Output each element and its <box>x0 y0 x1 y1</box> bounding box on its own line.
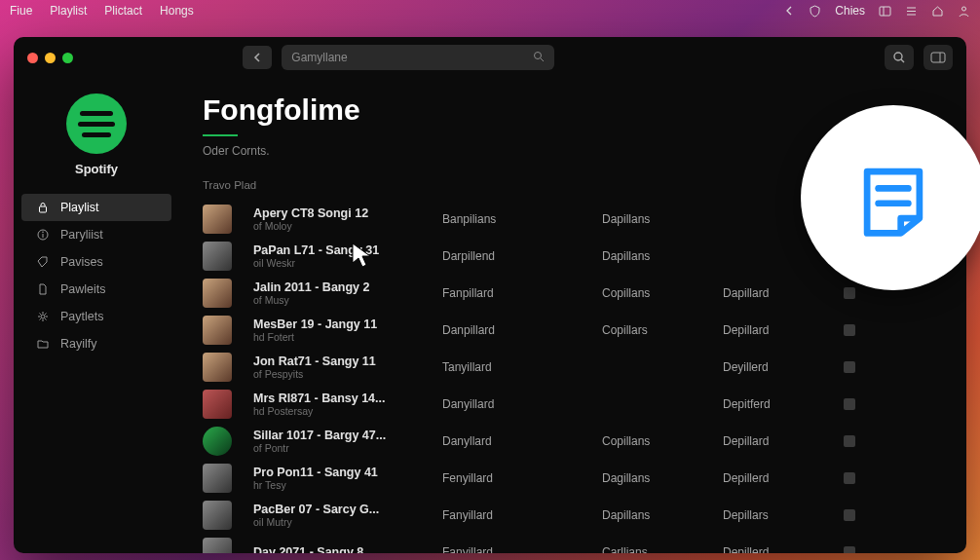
svg-point-12 <box>42 231 44 233</box>
sidebar-item-pawleits[interactable]: Pawleits <box>21 276 171 303</box>
track-thumb <box>203 242 232 271</box>
search-text: Gamyllane <box>291 51 347 64</box>
track-thumb <box>203 205 232 234</box>
track-title-cell: Pro Pon11 - Sangy 41hr Tesy <box>253 466 429 491</box>
track-col-1: Fanyillard <box>442 545 588 553</box>
svg-rect-9 <box>40 206 47 212</box>
doc-icon <box>37 283 51 295</box>
track-check[interactable] <box>844 324 855 336</box>
track-thumb <box>203 501 232 530</box>
sidebar: Spotify PlaylistParyliistPavisesPawleits… <box>14 78 179 553</box>
track-col-1: Danyllard <box>442 434 588 448</box>
track-check[interactable] <box>844 398 855 410</box>
track-artist: oil Mutry <box>253 516 429 528</box>
shield-icon[interactable] <box>809 5 821 18</box>
track-check[interactable] <box>844 509 855 521</box>
search-button[interactable] <box>885 45 914 70</box>
close-window-button[interactable] <box>27 53 38 63</box>
svg-line-4 <box>541 58 544 61</box>
menu-item[interactable]: Hongs <box>160 4 194 18</box>
search-field[interactable]: Gamyllane <box>282 45 554 70</box>
list-icon[interactable] <box>905 6 918 17</box>
track-check[interactable] <box>844 287 855 299</box>
track-name: Jon Rat71 - Sangy 11 <box>253 355 429 368</box>
info-icon <box>37 229 51 241</box>
track-title-cell: Day 2071 - Sangy 8... <box>253 545 429 553</box>
track-thumb <box>203 353 232 382</box>
person-icon[interactable] <box>958 5 970 18</box>
back-button[interactable] <box>243 46 272 69</box>
track-row[interactable]: Day 2071 - Sangy 8...FanyillardCarllians… <box>203 534 943 553</box>
track-row[interactable]: Mrs Rl871 - Bansy 14...hd PostersayDanyi… <box>203 386 943 423</box>
track-check[interactable] <box>844 361 855 373</box>
sidebar-item-playlist[interactable]: Playlist <box>21 194 171 221</box>
track-thumb <box>203 538 232 553</box>
sidebar-item-paytlets[interactable]: Paytlets <box>21 303 171 330</box>
track-col-2: Copillars <box>602 323 709 337</box>
menu-item[interactable]: Fiue <box>10 4 32 18</box>
track-check[interactable] <box>844 472 855 484</box>
track-artist: hr Tesy <box>253 479 429 491</box>
track-artist: of Moloy <box>253 220 429 232</box>
title-underline <box>203 134 238 136</box>
track-col-3: Depitferd <box>723 397 830 411</box>
svg-rect-7 <box>931 53 945 62</box>
lock-icon <box>37 202 51 213</box>
track-name: PacBer 07 - Sarcy G... <box>253 503 429 516</box>
track-check[interactable] <box>844 435 855 447</box>
document-badge[interactable] <box>801 105 980 290</box>
track-title-cell: PaPan L71 - Sangy 31oil Weskr <box>253 243 429 269</box>
app-name-label: Spotify <box>75 162 118 176</box>
track-row[interactable]: Sillar 1017 - Bargy 47...of PontrDanylla… <box>203 423 943 460</box>
track-row[interactable]: MesBer 19 - Jangy 11hd FotertDanpillardC… <box>203 312 943 349</box>
track-name: Day 2071 - Sangy 8... <box>253 545 429 553</box>
maximize-window-button[interactable] <box>62 53 73 63</box>
track-check[interactable] <box>844 546 855 553</box>
track-row[interactable]: Jon Rat71 - Sangy 11of PespyitsTanyillar… <box>203 349 943 386</box>
track-name: MesBer 19 - Jangy 11 <box>253 317 429 331</box>
track-col-1: Banpilians <box>442 212 588 226</box>
tag-icon <box>37 256 51 268</box>
minimize-window-button[interactable] <box>45 53 56 63</box>
track-title-cell: Sillar 1017 - Bargy 47...of Pontr <box>253 429 429 454</box>
track-artist: of Pontr <box>253 442 429 454</box>
track-row[interactable]: PacBer 07 - Sarcy G...oil MutryFanyillar… <box>203 497 943 534</box>
track-col-3: Deyillerd <box>723 360 830 374</box>
track-row[interactable]: Pro Pon11 - Sangy 41hr TesyFenyillardDag… <box>203 460 943 497</box>
search-icon <box>533 51 545 65</box>
track-row[interactable]: Jalin 2011 - Bangy 2of MusyFanpillardCop… <box>203 275 943 312</box>
track-name: Apery CT8 Songi 12 <box>253 206 429 220</box>
spotify-logo-icon[interactable] <box>66 93 127 154</box>
track-col-2: Dapillans <box>602 212 709 226</box>
traffic-lights <box>27 53 73 63</box>
sidebar-item-paryliist[interactable]: Paryliist <box>21 221 171 248</box>
panel-toggle-button[interactable] <box>923 45 953 70</box>
svg-point-5 <box>894 53 902 60</box>
svg-point-13 <box>41 315 45 318</box>
menubar-text: Chies <box>835 4 865 18</box>
track-title-cell: PacBer 07 - Sarcy G...oil Mutry <box>253 503 429 528</box>
sidebar-item-label: Pavises <box>60 255 103 269</box>
track-col-1: Fenyillard <box>442 471 588 485</box>
track-artist: hd Postersay <box>253 405 429 417</box>
svg-point-3 <box>535 52 542 58</box>
home-icon[interactable] <box>931 5 944 18</box>
menu-item[interactable]: Plictact <box>104 4 142 18</box>
track-col-2: Dapillans <box>602 249 709 263</box>
track-thumb <box>203 316 232 345</box>
track-col-3: Depillerd <box>723 471 830 485</box>
track-col-1: Fanyillard <box>442 508 588 522</box>
chevron-left-icon[interactable] <box>783 5 795 17</box>
sidebar-item-label: Paryliist <box>60 228 103 242</box>
sidebar-item-label: Paytlets <box>60 310 103 323</box>
sidebar-item-rayilfy[interactable]: Rayilfy <box>21 330 171 357</box>
track-col-1: Darpillend <box>442 249 588 263</box>
sidebar-item-pavises[interactable]: Pavises <box>21 248 171 276</box>
track-col-3: Depillard <box>723 434 830 448</box>
panel-icon[interactable] <box>879 6 891 17</box>
macos-menubar: Fiue Playlist Plictact Hongs Chies <box>0 0 980 21</box>
track-col-3: Depillars <box>723 508 830 522</box>
titlebar: Gamyllane <box>14 37 966 78</box>
track-thumb <box>203 279 232 308</box>
menu-item[interactable]: Playlist <box>50 4 87 18</box>
